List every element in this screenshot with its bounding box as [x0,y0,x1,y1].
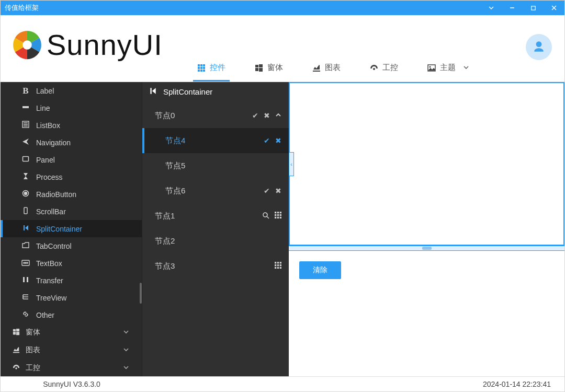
tab-label: 图表 [325,63,341,73]
svg-rect-31 [16,328,19,331]
sidebar-item-transfer[interactable]: Transfer [1,272,142,289]
main-area: BLabel Line ListBox Navigation Panel Pro… [1,82,564,376]
secondary-panel-title: SplitContainer [163,87,212,96]
plane-icon [21,138,30,147]
tree-node[interactable]: 节点6✔✖ [142,178,289,203]
tree-node[interactable]: 节点1 [142,203,289,228]
svg-rect-11 [255,65,258,67]
sidebar-item-listbox[interactable]: ListBox [1,117,142,134]
step-back-icon[interactable] [149,87,157,97]
status-bar: SunnyUI V3.6.3.0 2024-01-14 22:23:41 [1,376,564,391]
tree-node[interactable]: 节点0✔✖ [142,103,289,128]
close-icon[interactable]: ✖ [275,136,281,145]
secondary-panel: SplitContainer 节点0✔✖ 节点4✔✖ 节点5 节点6✔✖ 节点1… [142,82,289,376]
clear-button[interactable]: 清除 [299,261,341,279]
grid-icon[interactable] [275,212,281,221]
svg-rect-47 [280,262,281,263]
check-icon[interactable]: ✔ [252,111,258,120]
tree-node[interactable]: 节点5 [142,153,289,178]
split-bottom-pane: 清除 [289,251,564,376]
folder-icon [21,241,30,250]
tree-node[interactable]: 节点2 [142,228,289,253]
sidebar-category-charts[interactable]: 图表 [1,341,142,359]
grid-icon[interactable] [275,262,281,270]
chevron-down-icon[interactable] [481,1,502,15]
tab-industrial[interactable]: 工控 [366,56,402,82]
avatar[interactable] [526,34,552,60]
chevron-down-icon [123,328,129,337]
tree-node[interactable]: 节点3 [142,253,289,279]
chevron-up-icon[interactable] [275,111,281,120]
chevron-down-icon [463,63,469,72]
close-icon[interactable]: ✖ [264,111,270,120]
tab-label: 工控 [382,63,398,73]
tab-label: 窗体 [267,63,283,73]
svg-rect-7 [203,67,205,69]
window-title: 传值给框架 [5,3,39,13]
phone-icon [21,207,30,216]
split-horizontal-handle[interactable] [289,246,564,251]
link-icon [21,310,30,319]
svg-point-27 [27,262,28,263]
sidebar-item-tabcontrol[interactable]: TabControl [1,237,142,255]
svg-rect-44 [280,216,281,218]
image-icon [427,64,436,72]
tab-controls[interactable]: 控件 [193,56,230,82]
svg-point-22 [25,192,27,195]
svg-rect-40 [277,214,279,215]
svg-rect-0 [531,6,535,9]
tab-forms[interactable]: 窗体 [251,56,287,82]
status-version: SunnyUI V3.6.3.0 [9,380,134,388]
sidebar-item-radiobutton[interactable]: RadioButton [1,186,142,203]
sunny-logo-icon [11,29,43,61]
svg-point-34 [15,367,17,370]
svg-point-15 [373,68,375,70]
chart-icon [12,346,20,355]
split-left-handle[interactable]: ‹ [289,152,294,176]
sidebar-item-splitcontainer[interactable]: SplitContainer [1,220,142,237]
sidebar-item-textbox[interactable]: TextBox [1,255,142,272]
sidebar-item-scrollbar[interactable]: ScrollBar [1,203,142,220]
square-icon [21,155,30,164]
svg-rect-33 [16,332,19,335]
sidebar-item-other[interactable]: Other [1,306,142,324]
close-icon[interactable]: ✖ [275,187,281,195]
maximize-button[interactable] [523,1,544,15]
chevron-down-icon [123,346,129,354]
svg-rect-50 [280,264,281,266]
content-area: ‹ 清除 [289,82,564,376]
bold-icon: B [21,86,30,96]
sidebar-category-industrial[interactable]: 工控 [1,359,142,376]
sidebar-category-forms[interactable]: 窗体 [1,324,142,341]
tab-theme[interactable]: 主题 [423,56,473,82]
svg-rect-42 [275,216,276,218]
sidebar-item-panel[interactable]: Panel [1,151,142,168]
svg-rect-41 [280,214,281,215]
svg-rect-4 [203,64,205,66]
windows-icon [12,328,20,337]
check-icon[interactable]: ✔ [264,136,270,145]
sidebar-list: BLabel Line ListBox Navigation Panel Pro… [1,82,142,376]
sidebar-item-line[interactable]: Line [1,99,142,117]
tree-node[interactable]: 节点4✔✖ [142,128,289,153]
svg-rect-53 [280,267,281,269]
sidebar-item-label[interactable]: BLabel [1,82,142,99]
chevron-down-icon [123,364,129,372]
grid-icon [197,64,206,72]
close-button[interactable] [544,1,564,15]
sidebar-item-treeview[interactable]: TreeView [1,289,142,306]
minimize-button[interactable] [502,1,523,15]
search-icon[interactable] [262,212,269,221]
sidebar-item-process[interactable]: Process [1,168,142,186]
check-icon[interactable]: ✔ [264,187,270,195]
tab-charts[interactable]: 图表 [308,56,345,82]
sidebar-scrollbar-thumb[interactable] [140,283,142,304]
radio-icon [21,190,30,199]
app-logo: SunnyUI [11,29,163,61]
tab-label: 控件 [210,63,225,73]
svg-point-17 [430,66,431,67]
svg-rect-52 [277,267,279,269]
svg-point-1 [22,40,31,49]
sidebar-item-navigation[interactable]: Navigation [1,134,142,151]
svg-rect-45 [275,262,276,263]
